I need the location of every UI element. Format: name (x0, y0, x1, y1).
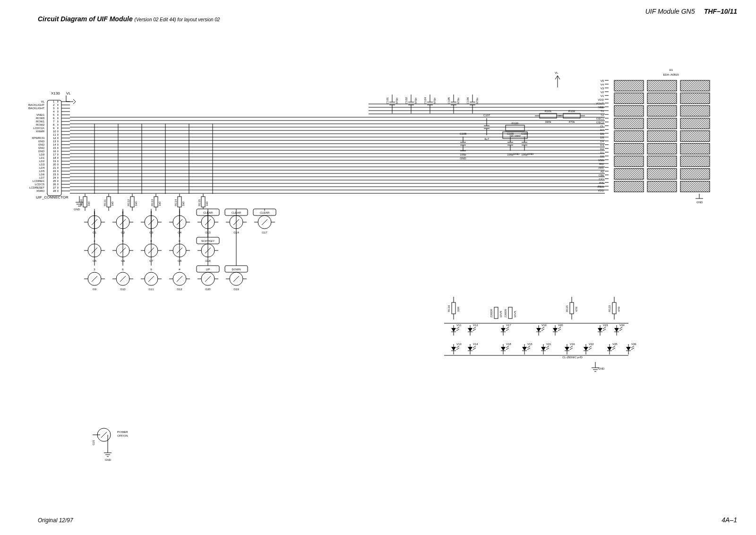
svg-text:XNRD: XNRD (36, 190, 45, 192)
svg-line-589 (570, 348, 573, 350)
footer-right: 4A–1 (722, 516, 737, 524)
svg-text:V17: V17 (506, 324, 511, 327)
svg-text:1k0: 1k0 (182, 201, 185, 206)
svg-text:8: 8 (53, 123, 55, 126)
svg-line-541 (558, 329, 561, 331)
svg-text:V1: V1 (601, 95, 604, 97)
svg-text:GND: GND (74, 208, 80, 211)
svg-text:V14: V14 (473, 343, 478, 345)
svg-text:C86: C86 (599, 174, 604, 177)
svg-rect-510 (508, 307, 512, 319)
svg-text:470n: 470n (457, 98, 460, 104)
svg-text:G20: G20 (205, 288, 211, 291)
svg-line-588 (570, 346, 573, 348)
svg-text:D0: D0 (600, 155, 604, 158)
svg-text:C107: C107 (483, 114, 490, 117)
footer-left: Original 12/97 (38, 517, 73, 524)
svg-text:ROW1: ROW1 (36, 120, 45, 123)
svg-text:R116: R116 (447, 305, 450, 312)
svg-text:POWER: POWER (117, 431, 128, 433)
svg-text:A0: A0 (601, 170, 604, 173)
svg-text:G21: G21 (92, 440, 95, 445)
svg-text:24: 24 (53, 176, 56, 179)
svg-marker-561 (468, 347, 472, 351)
svg-text:V18: V18 (506, 343, 511, 345)
svg-rect-143 (201, 197, 205, 207)
svg-text:R122: R122 (608, 305, 611, 312)
svg-text:VDD: VDD (598, 98, 604, 101)
svg-text:3: 3 (53, 107, 55, 110)
svg-rect-466 (647, 93, 677, 104)
svg-rect-497 (570, 302, 574, 314)
svg-rect-477 (614, 143, 644, 154)
svg-text:18: 18 (53, 156, 56, 159)
svg-rect-465 (614, 93, 644, 104)
uif-connector-label: UIF_CONNECTOR (36, 195, 69, 199)
page-title: Circuit Diagram of UIF Module (38, 15, 133, 23)
svg-text:LD1: LD1 (39, 156, 45, 159)
svg-text:#: # (179, 268, 180, 271)
svg-text:R100: R100 (512, 122, 519, 125)
svg-rect-472 (647, 118, 677, 129)
svg-text:V4: V4 (601, 83, 604, 86)
svg-text:470n: 470n (476, 98, 479, 104)
svg-text:R101: R101 (545, 110, 552, 112)
svg-rect-483 (614, 169, 644, 180)
svg-text:1k0: 1k0 (135, 201, 137, 206)
svg-line-607 (631, 348, 634, 350)
svg-rect-485 (680, 169, 710, 180)
svg-line-546 (603, 327, 606, 329)
svg-text:23: 23 (53, 173, 56, 176)
connector-ref: X130 (51, 91, 60, 95)
svg-marker-537 (553, 328, 558, 332)
svg-rect-475 (647, 131, 677, 142)
svg-text:V11: V11 (456, 324, 462, 327)
svg-text:16: 16 (53, 150, 56, 153)
svg-rect-462 (614, 80, 644, 91)
svg-text:6: 6 (53, 117, 55, 120)
svg-text:G17: G17 (262, 231, 267, 234)
svg-text:P/S: P/S (599, 181, 604, 184)
svg-marker-543 (598, 328, 602, 332)
svg-rect-467 (680, 93, 710, 104)
svg-marker-549 (614, 328, 619, 332)
svg-line-528 (506, 327, 509, 329)
svg-text:H1: H1 (669, 69, 673, 71)
svg-text:T1: T1 (601, 110, 604, 112)
svg-text:1k0: 1k0 (158, 201, 161, 206)
svg-text:BACKLIGHT: BACKLIGHT (28, 107, 44, 110)
svg-rect-484 (647, 169, 677, 180)
svg-text:LCDREG: LCDREG (33, 180, 44, 182)
svg-text:V22: V22 (589, 343, 594, 345)
svg-line-529 (506, 329, 509, 331)
svg-text:15: 15 (53, 147, 56, 149)
svg-rect-473 (680, 118, 710, 129)
header-left: Circuit Diagram of UIF Module (Version 0… (38, 15, 220, 23)
svg-text:V13: V13 (456, 343, 462, 345)
svg-rect-474 (614, 131, 644, 142)
svg-rect-133 (154, 197, 158, 207)
connector-vl: VL (66, 91, 71, 95)
svg-text:LD0: LD0 (39, 153, 45, 156)
svg-text:13: 13 (53, 140, 56, 143)
svg-rect-471 (614, 118, 644, 129)
svg-text:R102: R102 (568, 110, 576, 112)
svg-rect-478 (647, 143, 677, 154)
svg-text:R110: R110 (80, 199, 83, 206)
svg-text:GND: GND (460, 157, 466, 160)
svg-text:GND: GND (513, 153, 520, 155)
svg-text:C102: C102 (405, 97, 408, 104)
svg-marker-513 (451, 328, 456, 332)
svg-rect-463 (647, 80, 677, 91)
svg-text:V25: V25 (612, 343, 618, 345)
svg-line-559 (456, 348, 459, 350)
svg-rect-486 (614, 181, 644, 192)
led-block: R11633RR12147RR12247RZ200R10V5Z200R10V5V… (444, 297, 636, 371)
svg-rect-476 (680, 131, 710, 142)
svg-line-571 (506, 348, 509, 350)
svg-text:LD3: LD3 (39, 163, 45, 166)
svg-text:R112: R112 (127, 199, 130, 206)
svg-text:C/O: C/O (599, 178, 604, 181)
svg-text:D4: D4 (600, 140, 604, 143)
svg-text:GND: GND (38, 140, 45, 143)
